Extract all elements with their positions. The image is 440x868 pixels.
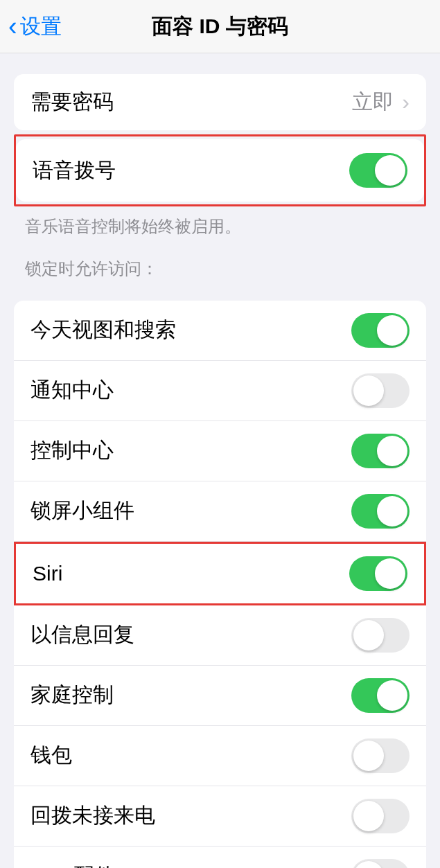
chevron-right-icon: ›: [402, 89, 410, 115]
toggle-knob: [377, 315, 407, 346]
back-label: 设置: [20, 12, 62, 41]
lockscreen-item-row: 钱包: [14, 726, 426, 786]
toggle-knob: [353, 375, 384, 406]
lockscreen-item-toggle[interactable]: [351, 434, 410, 468]
page-title: 面容 ID 与密码: [152, 12, 288, 41]
lockscreen-item-toggle[interactable]: [351, 738, 410, 773]
lockscreen-item-label: USB配件: [30, 862, 115, 868]
voice-dial-highlight: 语音拨号: [14, 134, 426, 206]
lockscreen-item-toggle[interactable]: [351, 373, 410, 408]
voice-dial-group: 语音拨号: [16, 139, 424, 202]
lockscreen-item-row: 今天视图和搜索: [14, 301, 426, 361]
lockscreen-item-label: 家庭控制: [30, 681, 114, 709]
require-passcode-label: 需要密码: [30, 88, 114, 116]
lockscreen-item-row: 回拨未接来电: [14, 786, 426, 847]
lockscreen-item-toggle[interactable]: [351, 494, 410, 529]
lockscreen-item-toggle[interactable]: [349, 556, 407, 591]
lockscreen-item-toggle[interactable]: [351, 678, 410, 713]
voice-dial-label: 语音拨号: [33, 157, 116, 185]
lockscreen-item-label: 控制中心: [30, 436, 114, 465]
toggle-knob: [377, 680, 407, 711]
lockscreen-item-label: 今天视图和搜索: [30, 316, 176, 344]
lockscreen-item-toggle[interactable]: [351, 799, 410, 833]
toggle-knob: [375, 558, 405, 589]
lockscreen-item-row: 以信息回复: [14, 605, 426, 666]
chevron-left-icon: ‹: [8, 13, 17, 39]
require-passcode-value: 立即: [352, 88, 394, 116]
lockscreen-item-row: 锁屏小组件: [14, 481, 426, 542]
lockscreen-item-row: Siri: [14, 542, 426, 605]
lockscreen-item-row: 通知中心: [14, 361, 426, 421]
toggle-knob: [375, 155, 405, 186]
toggle-knob: [377, 436, 407, 466]
lockscreen-item-row: USB配件: [14, 847, 426, 868]
back-button[interactable]: ‹ 设置: [0, 12, 62, 41]
require-passcode-row[interactable]: 需要密码 立即 ›: [14, 74, 426, 130]
lockscreen-item-label: 钱包: [30, 741, 72, 770]
row-right: 立即 ›: [352, 88, 410, 116]
lockscreen-item-label: Siri: [33, 562, 62, 585]
settings-content: 需要密码 立即 › 语音拨号 音乐语音控制将始终被启用。 锁定时允许访问： 今天…: [0, 74, 440, 868]
voice-dial-row: 语音拨号: [16, 139, 424, 202]
lockscreen-item-toggle[interactable]: [351, 859, 410, 868]
voice-dial-footer: 音乐语音控制将始终被启用。: [25, 215, 415, 238]
lockscreen-item-label: 以信息回复: [30, 621, 134, 649]
navigation-header: ‹ 设置 面容 ID 与密码: [0, 0, 440, 53]
toggle-knob: [353, 861, 384, 868]
lockscreen-section-header: 锁定时允许访问：: [25, 258, 415, 280]
lockscreen-access-group: 今天视图和搜索通知中心控制中心锁屏小组件Siri以信息回复家庭控制钱包回拨未接来…: [14, 301, 426, 868]
toggle-knob: [353, 741, 384, 771]
toggle-knob: [353, 620, 384, 650]
lockscreen-item-label: 通知中心: [30, 376, 114, 405]
lockscreen-item-toggle[interactable]: [351, 618, 410, 653]
require-passcode-group: 需要密码 立即 ›: [14, 74, 426, 130]
lockscreen-item-label: 锁屏小组件: [30, 497, 134, 525]
lockscreen-item-row: 家庭控制: [14, 666, 426, 726]
lockscreen-item-row: 控制中心: [14, 421, 426, 481]
toggle-knob: [377, 496, 407, 526]
voice-dial-toggle[interactable]: [349, 153, 407, 188]
toggle-knob: [353, 801, 384, 831]
lockscreen-item-label: 回拨未接来电: [30, 801, 155, 830]
lockscreen-item-toggle[interactable]: [351, 313, 410, 348]
